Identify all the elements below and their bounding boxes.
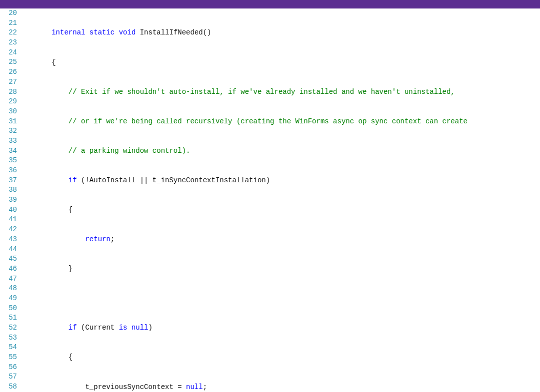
line-number: 43: [0, 235, 17, 245]
line-number: 30: [0, 107, 17, 117]
code-line: internal static void InstallIfNeeded(): [18, 28, 480, 38]
line-number: 38: [0, 185, 17, 195]
line-number: 49: [0, 294, 17, 304]
code-line: {: [18, 205, 480, 215]
line-number: 39: [0, 195, 17, 205]
code-line: {: [18, 353, 480, 363]
line-number: 34: [0, 146, 17, 156]
line-number: 55: [0, 353, 17, 363]
line-number: 20: [0, 8, 17, 18]
code-line: // or if we're being called recursively …: [18, 117, 480, 127]
line-number: 27: [0, 77, 17, 87]
line-number: 51: [0, 313, 17, 323]
code-line: if (!AutoInstall || t_inSyncContextInsta…: [18, 176, 480, 186]
line-number: 33: [0, 136, 17, 146]
code-line: [18, 294, 480, 304]
line-number: 37: [0, 176, 17, 186]
line-number: 36: [0, 166, 17, 176]
line-number: 31: [0, 117, 17, 127]
code-line: {: [18, 58, 480, 68]
line-number: 46: [0, 264, 17, 274]
line-number: 50: [0, 304, 17, 314]
line-number: 44: [0, 245, 17, 255]
line-number: 21: [0, 18, 17, 28]
line-number: 54: [0, 343, 17, 353]
line-number: 25: [0, 57, 17, 67]
code-line: t_previousSyncContext = null;: [18, 383, 480, 392]
line-number: 29: [0, 97, 17, 107]
line-number: 57: [0, 372, 17, 382]
line-number: 58: [0, 382, 17, 392]
line-number: 28: [0, 87, 17, 97]
code-line: if (Current is null): [18, 323, 480, 333]
line-number: 48: [0, 284, 17, 294]
code-line: // a parking window control).: [18, 146, 480, 156]
line-number: 56: [0, 363, 17, 373]
code-area[interactable]: internal static void InstallIfNeeded() {…: [18, 8, 480, 392]
line-number: 24: [0, 48, 17, 58]
line-number: 23: [0, 38, 17, 48]
line-number: 26: [0, 67, 17, 77]
line-number: 32: [0, 126, 17, 136]
line-number: 22: [0, 28, 17, 38]
code-line: // Exit if we shouldn't auto-install, if…: [18, 87, 480, 97]
line-number: 41: [0, 215, 17, 225]
header-bar: [0, 0, 540, 8]
code-editor: 2021222324252627282930313233343536373839…: [0, 8, 540, 392]
line-number: 53: [0, 333, 17, 343]
code-line: }: [18, 264, 480, 274]
line-number: 52: [0, 323, 17, 333]
line-number: 42: [0, 225, 17, 235]
line-number: 35: [0, 156, 17, 166]
line-number: 45: [0, 254, 17, 264]
line-number: 47: [0, 274, 17, 284]
code-line: return;: [18, 235, 480, 245]
line-number: 40: [0, 205, 17, 215]
line-number-gutter: 2021222324252627282930313233343536373839…: [0, 8, 18, 392]
